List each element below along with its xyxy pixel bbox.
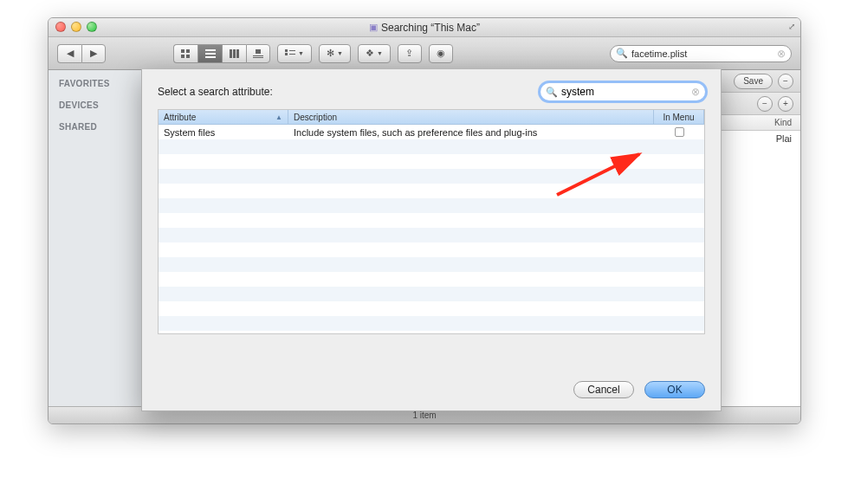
- traffic-lights: [55, 22, 97, 32]
- forward-button[interactable]: ▶: [81, 44, 106, 63]
- svg-rect-12: [253, 57, 263, 58]
- sheet-header: Select a search attribute: 🔍 ⊗: [142, 69, 721, 109]
- svg-rect-2: [181, 55, 184, 58]
- svg-rect-1: [186, 49, 190, 53]
- table-row-empty: [159, 287, 704, 301]
- window-title-text: Searching “This Mac”: [381, 22, 480, 34]
- table-row-empty: [159, 154, 704, 169]
- list-view-button[interactable]: [197, 44, 222, 63]
- item-count: 1 item: [412, 410, 436, 420]
- close-window-button[interactable]: [55, 22, 66, 32]
- column-kind-header[interactable]: Kind: [774, 118, 792, 127]
- sheet-title: Select a search attribute:: [158, 86, 273, 98]
- table-row-empty: [159, 242, 704, 257]
- minimize-window-button[interactable]: [71, 22, 81, 32]
- svg-rect-14: [289, 50, 295, 51]
- in-menu-checkbox[interactable]: [675, 127, 684, 137]
- sidebar-heading-shared[interactable]: SHARED: [49, 119, 147, 140]
- chevron-down-icon: ▼: [298, 50, 304, 56]
- attribute-search-field[interactable]: 🔍 ⊗: [541, 83, 705, 100]
- svg-rect-11: [253, 55, 263, 56]
- sheet-buttons: Cancel OK: [573, 381, 705, 398]
- clear-search-icon[interactable]: ⊗: [777, 48, 786, 60]
- attribute-search-input[interactable]: [561, 86, 691, 98]
- dropbox-icon: ❖: [366, 48, 374, 59]
- attribute-row[interactable]: System files Include system files, such …: [159, 125, 704, 139]
- chevron-down-icon: ▼: [377, 50, 383, 56]
- result-kind-value: Plai: [776, 133, 792, 144]
- ok-button[interactable]: OK: [644, 381, 705, 398]
- search-icon: 🔍: [616, 48, 628, 59]
- nav-arrows: ◀ ▶: [57, 44, 106, 63]
- gear-icon: ✻: [327, 48, 334, 59]
- cancel-button[interactable]: Cancel: [573, 381, 634, 398]
- action-menu-button[interactable]: ✻ ▼: [319, 44, 351, 63]
- svg-rect-16: [289, 54, 295, 55]
- attribute-description: Include system files, such as preference…: [288, 127, 654, 138]
- add-row-button[interactable]: +: [778, 96, 793, 112]
- sidebar-heading-favorites[interactable]: FAVORITES: [49, 75, 147, 97]
- window-title: ▣ Searching “This Mac”: [369, 22, 480, 34]
- column-in-menu-header[interactable]: In Menu: [654, 110, 704, 125]
- titlebar: ▣ Searching “This Mac” ⤢: [49, 18, 800, 37]
- svg-rect-4: [205, 49, 216, 51]
- table-row-empty: [159, 139, 704, 154]
- svg-rect-5: [205, 53, 216, 55]
- zoom-window-button[interactable]: [87, 22, 97, 32]
- remove-row-button[interactable]: −: [757, 96, 773, 112]
- toolbar-search-field[interactable]: 🔍 facetime.plist ⊗: [610, 45, 792, 62]
- column-view-button[interactable]: [222, 44, 246, 63]
- back-button[interactable]: ◀: [57, 44, 81, 63]
- save-search-button[interactable]: Save: [734, 74, 773, 89]
- remove-criteria-button[interactable]: −: [778, 74, 793, 89]
- attribute-picker-sheet: Select a search attribute: 🔍 ⊗ Attribute…: [141, 69, 722, 411]
- sidebar-heading-devices[interactable]: DEVICES: [49, 97, 147, 119]
- coverflow-view-button[interactable]: [246, 44, 270, 63]
- svg-rect-6: [205, 56, 216, 58]
- table-row-empty: [159, 184, 704, 198]
- svg-rect-3: [186, 55, 190, 58]
- clear-search-icon[interactable]: ⊗: [691, 86, 700, 98]
- svg-rect-0: [181, 49, 184, 53]
- icon-view-button[interactable]: [173, 44, 197, 63]
- toolbar-search-value: facetime.plist: [631, 48, 687, 59]
- share-button[interactable]: ⇪: [398, 44, 422, 63]
- quicklook-button[interactable]: ◉: [429, 44, 453, 63]
- search-icon: 🔍: [546, 87, 558, 98]
- toolbar: ◀ ▶ ▼ ✻ ▼ ❖ ▼: [49, 37, 800, 70]
- sort-ascending-icon: ▲: [275, 113, 282, 121]
- column-description-header[interactable]: Description: [288, 110, 654, 125]
- dropbox-menu-button[interactable]: ❖ ▼: [358, 44, 391, 63]
- eye-icon: ◉: [437, 48, 445, 59]
- svg-rect-7: [230, 49, 232, 58]
- table-row-empty: [159, 257, 704, 272]
- folder-icon: ▣: [369, 22, 378, 33]
- arrange-menu-button[interactable]: ▼: [277, 44, 312, 63]
- table-row-empty: [159, 213, 704, 228]
- attribute-table-header: Attribute ▲ Description In Menu: [159, 110, 704, 125]
- svg-rect-13: [285, 49, 288, 52]
- table-row-empty: [159, 301, 704, 316]
- svg-rect-8: [233, 49, 236, 58]
- chevron-down-icon: ▼: [337, 50, 343, 56]
- svg-rect-10: [256, 49, 261, 54]
- attribute-table: Attribute ▲ Description In Menu System f…: [158, 109, 705, 334]
- svg-rect-9: [236, 49, 239, 58]
- table-row-empty: [159, 198, 704, 213]
- fullscreen-icon[interactable]: ⤢: [788, 22, 795, 31]
- svg-rect-15: [285, 53, 288, 55]
- table-row-empty: [159, 228, 704, 242]
- table-row-empty: [159, 169, 704, 184]
- table-row-empty: [159, 316, 704, 331]
- sidebar: FAVORITES DEVICES SHARED: [49, 70, 148, 406]
- table-row-empty: [159, 272, 704, 287]
- column-attribute-header[interactable]: Attribute ▲: [159, 110, 288, 125]
- share-icon: ⇪: [405, 48, 413, 59]
- attribute-name: System files: [159, 127, 288, 138]
- attribute-table-body: System files Include system files, such …: [159, 125, 704, 331]
- view-mode-group: [173, 44, 270, 63]
